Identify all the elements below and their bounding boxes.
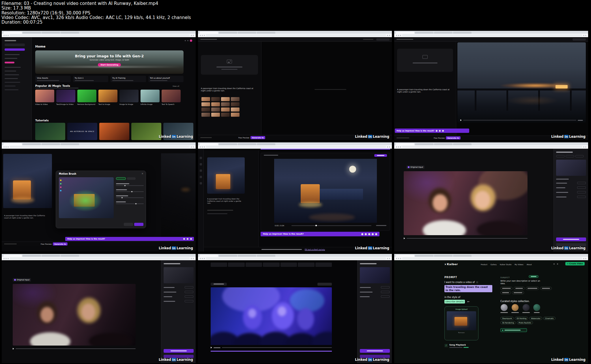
style-avatar[interactable]: [500, 304, 508, 313]
setting-value[interactable]: [185, 295, 193, 298]
setting-value[interactable]: [381, 295, 390, 298]
seek-bar[interactable]: [407, 238, 528, 239]
slider-track[interactable]: [116, 185, 144, 186]
face-thumbnail[interactable]: [211, 113, 220, 117]
seek-bar[interactable]: [16, 348, 136, 349]
style-chip[interactable]: [575, 155, 584, 157]
face-thumbnail[interactable]: [221, 102, 230, 106]
tab[interactable]: [23, 255, 41, 257]
menu-icon[interactable]: [193, 35, 194, 36]
rail-icon[interactable]: [200, 176, 202, 178]
quick-link-card[interactable]: Try Gen-1: [73, 76, 109, 82]
url-field[interactable]: [10, 34, 190, 36]
back-icon[interactable]: [200, 35, 201, 36]
tab[interactable]: [42, 255, 60, 257]
feedback-chip[interactable]: [573, 38, 586, 41]
back-icon[interactable]: [396, 258, 397, 259]
close-icon[interactable]: ×: [141, 172, 143, 175]
tab[interactable]: [42, 32, 60, 34]
reload-icon[interactable]: [400, 146, 401, 148]
reload-icon[interactable]: [204, 146, 205, 148]
frame-7-crowd-dark[interactable]: Original Input LinkedinLearning: [2, 254, 196, 363]
face-thumbnail[interactable]: [231, 113, 240, 117]
address-bar[interactable]: [198, 34, 392, 37]
nav-item-placeholder[interactable]: [5, 89, 18, 90]
nav-item-placeholder[interactable]: [5, 67, 21, 68]
brush-tab-active[interactable]: [116, 177, 126, 180]
feedback-chip[interactable]: [376, 38, 390, 41]
face-thumbnail[interactable]: [201, 113, 210, 117]
play-icon[interactable]: [404, 237, 405, 239]
crowd-video-blue[interactable]: [211, 287, 332, 345]
brush-color-blue-icon[interactable]: [60, 190, 61, 191]
slider-track[interactable]: [116, 203, 144, 204]
face-thumbnail[interactable]: [201, 102, 210, 106]
nav-about[interactable]: About: [527, 263, 532, 265]
tutorial-thumbnail[interactable]: [131, 123, 161, 140]
slider-thumb[interactable]: [121, 197, 123, 198]
active-tab[interactable]: [3, 143, 22, 145]
brush-tab[interactable]: [127, 177, 136, 180]
tab[interactable]: [257, 143, 275, 145]
setting-value[interactable]: [577, 182, 586, 184]
nav-item-placeholder[interactable]: [5, 54, 20, 55]
tutorial-thumbnail[interactable]: AN ASTEROID IN SPACE: [67, 123, 97, 140]
reload-icon[interactable]: [400, 35, 401, 36]
search-box[interactable]: [5, 44, 25, 46]
emoji-rating-icon[interactable]: [190, 238, 192, 240]
tab-strip[interactable]: [2, 254, 196, 257]
filmstrip-frame[interactable]: [246, 263, 262, 267]
forward-icon[interactable]: [202, 35, 203, 36]
nav-item-placeholder[interactable]: [5, 58, 17, 59]
edit-icon[interactable]: [476, 281, 478, 283]
tab[interactable]: [434, 32, 452, 34]
extensions-icon[interactable]: [387, 258, 388, 259]
tab[interactable]: [61, 255, 79, 257]
nav-my-videos[interactable]: My Videos: [515, 263, 523, 265]
remove-link[interactable]: Remove: [446, 332, 477, 333]
idea-chip[interactable]: [500, 291, 511, 294]
brush-color-green-icon[interactable]: [60, 183, 61, 184]
seek-bar[interactable]: [222, 347, 332, 348]
extensions-icon[interactable]: [387, 146, 388, 148]
face-thumbnail[interactable]: [231, 102, 240, 106]
frame-2-gen2-editor[interactable]: A passenger train traveling down the Cal…: [198, 31, 392, 140]
frame-8-crowd-blue[interactable]: LinkedinLearning: [198, 254, 392, 363]
style-chip[interactable]: Watercolor: [529, 317, 542, 320]
style-chip[interactable]: Photo Realistic: [517, 321, 533, 324]
face-thumbnail[interactable]: [231, 107, 240, 112]
slider-track[interactable]: [116, 197, 144, 198]
tool-card[interactable]: Text to Image: [98, 90, 117, 105]
forward-icon[interactable]: [5, 146, 7, 148]
image-dropzone[interactable]: [201, 55, 258, 75]
face-thumbnail[interactable]: [231, 97, 240, 101]
generate-button[interactable]: Generate 4s: [446, 136, 461, 139]
setting-value[interactable]: [185, 300, 193, 302]
idea-chip[interactable]: [512, 291, 524, 294]
face-thumbnail[interactable]: [221, 97, 230, 101]
extensions-icon[interactable]: [583, 35, 584, 36]
face-thumbnail[interactable]: [211, 102, 220, 106]
extensions-icon[interactable]: [387, 35, 388, 36]
tab[interactable]: [453, 32, 472, 34]
tab-strip[interactable]: [198, 254, 392, 257]
seek-bar[interactable]: [463, 120, 576, 120]
active-tab[interactable]: [200, 32, 218, 34]
create-video-button[interactable]: [556, 237, 586, 241]
slider-thumb[interactable]: [124, 185, 126, 186]
tab-strip[interactable]: [394, 142, 588, 145]
reload-icon[interactable]: [204, 35, 205, 36]
forward-icon[interactable]: [5, 35, 7, 36]
nav-kaiber-studio[interactable]: Kaiber Studio: [500, 263, 511, 265]
rail-icon[interactable]: [200, 157, 202, 159]
style-avatar[interactable]: [511, 304, 519, 313]
address-bar[interactable]: [394, 257, 588, 260]
reload-icon[interactable]: [204, 258, 205, 259]
style-chip[interactable]: [556, 155, 565, 157]
tab[interactable]: [238, 32, 256, 34]
back-icon[interactable]: [396, 146, 397, 148]
menu-icon[interactable]: [585, 35, 586, 36]
menu-icon[interactable]: [193, 146, 194, 148]
emoji-rating-icon[interactable]: [183, 238, 185, 240]
crowd-video[interactable]: [13, 284, 136, 346]
